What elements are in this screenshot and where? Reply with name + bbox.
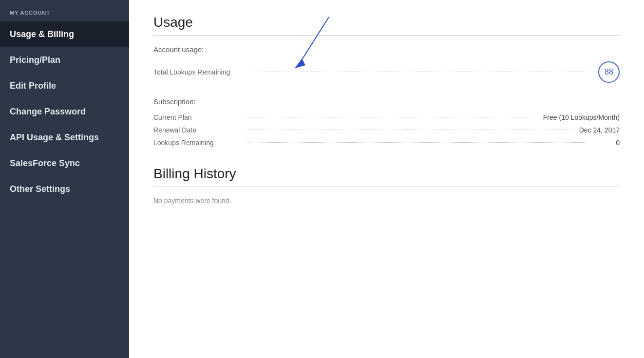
renewal-date-row: Renewal Date Dec 24, 2017 bbox=[153, 126, 620, 134]
lookups-remaining-label: Lookups Remaining bbox=[153, 139, 241, 147]
total-lookups-dots bbox=[247, 72, 585, 72]
current-plan-row: Current Plan Free (10 Lookups/Month) bbox=[153, 113, 620, 121]
sidebar: MY ACCOUNT Usage & Billing Pricing/Plan … bbox=[0, 0, 129, 358]
renewal-date-value: Dec 24, 2017 bbox=[579, 126, 620, 134]
renewal-date-label: Renewal Date bbox=[153, 126, 241, 134]
main-content: Usage Account usage: Total Lookups Remai… bbox=[129, 0, 644, 358]
renewal-date-dots bbox=[247, 130, 573, 130]
sidebar-item-salesforce-sync[interactable]: SalesForce Sync bbox=[0, 151, 129, 176]
sidebar-item-pricing-plan[interactable]: Pricing/Plan bbox=[0, 47, 129, 73]
current-plan-dots bbox=[247, 117, 537, 117]
subscription-section: Subscription: Current Plan Free (10 Look… bbox=[153, 97, 620, 147]
current-plan-value: Free (10 Lookups/Month) bbox=[543, 113, 620, 121]
lookups-remaining-row: Lookups Remaining 0 bbox=[153, 139, 620, 147]
lookups-remaining-value: 0 bbox=[590, 139, 620, 147]
total-lookups-value: 88 bbox=[590, 61, 620, 83]
subscription-label: Subscription: bbox=[153, 97, 620, 106]
total-lookups-circled: 88 bbox=[598, 61, 620, 83]
billing-history-title: Billing History bbox=[153, 166, 620, 182]
billing-history-section: Billing History No payments were found. bbox=[153, 166, 620, 205]
sidebar-item-change-password[interactable]: Change Password bbox=[0, 99, 129, 125]
account-usage-label: Account usage: bbox=[153, 45, 620, 54]
usage-section: Usage Account usage: Total Lookups Remai… bbox=[153, 15, 620, 83]
sidebar-item-usage-billing[interactable]: Usage & Billing bbox=[0, 21, 129, 47]
sidebar-item-api-usage-settings[interactable]: API Usage & Settings bbox=[0, 125, 129, 151]
sidebar-nav: Usage & Billing Pricing/Plan Edit Profil… bbox=[0, 21, 129, 202]
page-title: Usage bbox=[153, 15, 620, 30]
usage-divider bbox=[153, 35, 620, 36]
no-payments-text: No payments were found. bbox=[153, 197, 620, 205]
total-lookups-label: Total Lookups Remaining: bbox=[153, 68, 241, 76]
sidebar-item-other-settings[interactable]: Other Settings bbox=[0, 176, 129, 202]
sidebar-header: MY ACCOUNT bbox=[0, 0, 129, 21]
sidebar-item-edit-profile[interactable]: Edit Profile bbox=[0, 73, 129, 99]
total-lookups-row: Total Lookups Remaining: 88 bbox=[153, 61, 620, 83]
lookups-remaining-dots bbox=[247, 142, 585, 143]
billing-history-divider bbox=[153, 187, 620, 187]
current-plan-label: Current Plan bbox=[153, 113, 241, 121]
